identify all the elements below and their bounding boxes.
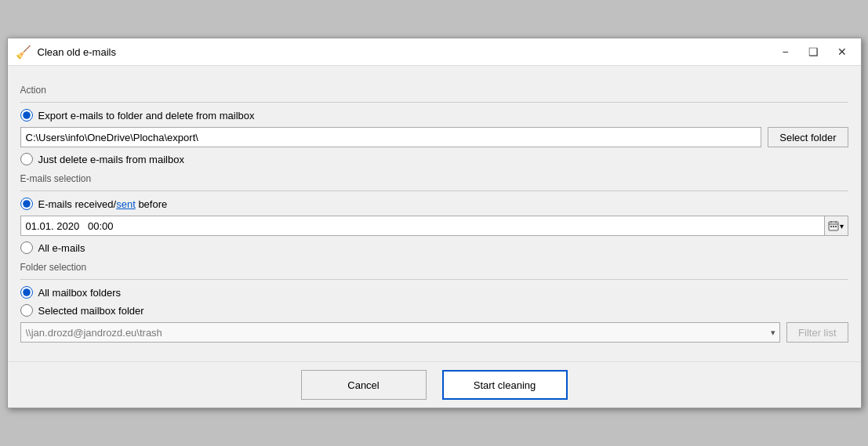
folder-path-input[interactable] (20, 127, 762, 147)
start-cleaning-button[interactable]: Start cleaning (442, 370, 568, 400)
mailbox-row: \\jan.drozd@jandrozd.eu\trash ▾ Filter l… (20, 322, 848, 343)
folder-selection-section: Folder selection All mailbox folders Sel… (20, 262, 848, 343)
before-date-radio-row: E-mails received/sent before (20, 198, 848, 210)
window-icon: 🧹 (16, 45, 31, 60)
email-selection-divider (20, 190, 848, 191)
dialog-content: Action Export e-mails to folder and dele… (8, 66, 861, 350)
mailbox-select-wrapper: \\jan.drozd@jandrozd.eu\trash ▾ (20, 322, 781, 343)
all-folders-radio-row: All mailbox folders (20, 286, 848, 299)
action-section: Action Export e-mails to folder and dele… (20, 85, 848, 165)
all-folders-radio-label[interactable]: All mailbox folders (38, 287, 122, 299)
datetime-row: ▾ (20, 216, 848, 236)
export-radio-row: Export e-mails to folder and delete from… (20, 109, 848, 121)
cancel-button[interactable]: Cancel (301, 370, 427, 400)
before-date-radio[interactable] (20, 198, 33, 210)
svg-rect-4 (830, 226, 832, 227)
all-emails-radio-row: All e-mails (20, 241, 848, 254)
all-emails-radio[interactable] (20, 241, 33, 254)
filter-list-button[interactable]: Filter list (786, 322, 848, 343)
dialog-window: 🧹 Clean old e-mails − ❑ ✕ Action Export … (7, 38, 862, 408)
all-folders-radio[interactable] (20, 286, 33, 299)
calendar-icon (828, 220, 839, 231)
minimize-button[interactable]: − (775, 43, 797, 60)
sent-link: sent (116, 198, 136, 210)
folder-selection-label: Folder selection (20, 262, 848, 273)
delete-only-radio-row: Just delete e-mails from mailbox (20, 153, 848, 165)
window-controls: − ❑ ✕ (775, 43, 853, 60)
maximize-button[interactable]: ❑ (803, 43, 825, 60)
folder-input-row: Select folder (20, 127, 848, 147)
title-bar: 🧹 Clean old e-mails − ❑ ✕ (8, 38, 861, 66)
selected-folder-radio-row: Selected mailbox folder (20, 304, 848, 317)
svg-rect-6 (835, 226, 837, 227)
svg-rect-5 (833, 226, 834, 227)
export-radio[interactable] (20, 109, 33, 121)
calendar-dropdown-arrow: ▾ (840, 222, 844, 230)
mailbox-select[interactable]: \\jan.drozd@jandrozd.eu\trash (20, 322, 781, 343)
folder-selection-divider (20, 279, 848, 280)
datetime-input[interactable] (20, 216, 825, 236)
action-divider (20, 102, 848, 103)
export-radio-label[interactable]: Export e-mails to folder and delete from… (38, 110, 255, 121)
email-selection-label: E-mails selection (20, 173, 848, 184)
delete-only-radio[interactable] (20, 153, 33, 165)
selected-folder-radio-label[interactable]: Selected mailbox folder (38, 305, 144, 317)
delete-only-radio-label[interactable]: Just delete e-mails from mailbox (38, 154, 184, 165)
email-selection-section: E-mails selection E-mails received/sent … (20, 173, 848, 254)
close-button[interactable]: ✕ (831, 43, 853, 60)
action-section-label: Action (20, 85, 848, 96)
window-title: Clean old e-mails (38, 46, 775, 58)
selected-folder-radio[interactable] (20, 304, 33, 317)
dialog-footer: Cancel Start cleaning (8, 361, 861, 408)
before-date-radio-label[interactable]: E-mails received/sent before (38, 198, 168, 210)
select-folder-button[interactable]: Select folder (768, 127, 848, 147)
all-emails-radio-label[interactable]: All e-mails (38, 242, 85, 254)
calendar-button[interactable]: ▾ (825, 216, 848, 236)
